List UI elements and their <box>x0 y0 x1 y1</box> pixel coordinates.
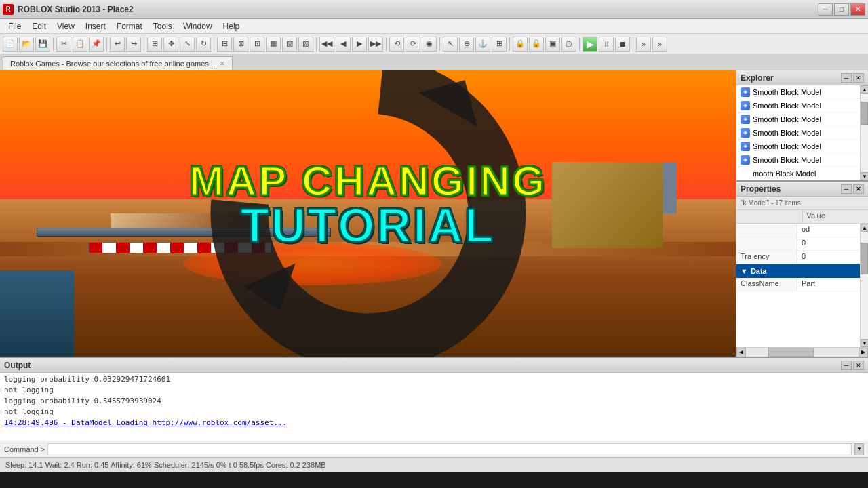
prop-row-transparency: Tra ency 0 <box>736 251 860 264</box>
properties-scrollbar[interactable]: ▲ ▼ <box>860 224 868 347</box>
output-pin-button[interactable]: ─ <box>841 361 852 370</box>
undo-button[interactable]: ↩ <box>110 37 125 52</box>
tb-more-2[interactable]: » <box>652 37 667 52</box>
menu-file[interactable]: File <box>3 20 26 33</box>
prop-scroll-up[interactable]: ▲ <box>861 224 868 232</box>
toolbar-separator-5 <box>316 37 317 51</box>
model-icon-1: ◈ <box>741 101 750 110</box>
prop-value-1[interactable]: 0 <box>797 237 860 250</box>
output-line-link[interactable]: 14:28:49.496 - DataModel Loading http://… <box>4 418 864 428</box>
move-button[interactable]: ✥ <box>163 37 178 52</box>
output-link-text[interactable]: 14:28:49.496 - DataModel Loading http://… <box>4 418 287 427</box>
cut-button[interactable]: ✂ <box>56 37 71 52</box>
group-button[interactable]: ▣ <box>545 37 560 52</box>
unlock-button[interactable]: 🔓 <box>529 37 544 52</box>
prop-value-0[interactable]: od <box>797 224 860 237</box>
scroll-thumb[interactable] <box>861 102 868 125</box>
command-dropdown-button[interactable]: ▼ <box>854 443 864 455</box>
select-button[interactable]: ⊞ <box>147 37 162 52</box>
explorer-item-3[interactable]: ◈ Smooth Block Model <box>736 126 860 140</box>
hscroll-thumb[interactable] <box>768 348 813 357</box>
tb-btn-1[interactable]: ⊟ <box>217 37 232 52</box>
tb-more-1[interactable]: » <box>636 37 651 52</box>
explorer-item-2[interactable]: ◈ Smooth Block Model <box>736 113 860 126</box>
new-button[interactable]: 📄 <box>3 37 18 52</box>
menu-window[interactable]: Window <box>178 20 218 33</box>
explorer-item-5[interactable]: ◈ Smooth Block Model <box>736 153 860 167</box>
output-close-button[interactable]: ✕ <box>853 361 864 370</box>
tb-btn-3[interactable]: ⊡ <box>250 37 264 52</box>
explorer-pin-button[interactable]: ─ <box>841 73 852 83</box>
tb-btn-9[interactable]: ▶ <box>352 37 367 52</box>
explorer-close-button[interactable]: ✕ <box>853 73 864 83</box>
scale-button[interactable]: ⤡ <box>180 37 195 52</box>
close-button[interactable]: ✕ <box>850 3 865 16</box>
scroll-down-button[interactable]: ▼ <box>861 172 868 180</box>
menu-tools[interactable]: Tools <box>148 20 178 33</box>
viewport[interactable]: MAP CHANGING TUTORIAL <box>0 70 736 357</box>
explorer-item-4[interactable]: ◈ Smooth Block Model <box>736 140 860 153</box>
explorer-item-0[interactable]: ◈ Smooth Block Model <box>736 85 860 99</box>
prop-row-1: 0 <box>736 237 860 251</box>
tb-btn-2[interactable]: ⊠ <box>233 37 248 52</box>
lock-button[interactable]: 🔒 <box>513 37 528 52</box>
play-button[interactable]: ▶ <box>583 37 597 52</box>
properties-panel: Properties ─ ✕ "k Model" - 17 items Valu… <box>736 180 868 357</box>
pause-button[interactable]: ⏸ <box>599 37 614 52</box>
properties-pin-button[interactable]: ─ <box>841 184 852 194</box>
minimize-button[interactable]: ─ <box>818 3 833 16</box>
command-input[interactable] <box>47 443 852 455</box>
prop-scroll-thumb[interactable] <box>861 243 868 274</box>
open-button[interactable]: 📂 <box>19 37 34 52</box>
explorer-item-6[interactable]: mooth Block Model <box>736 167 860 180</box>
explorer-scrollbar[interactable]: ▲ ▼ <box>860 85 868 180</box>
prop-value-classname[interactable]: Part <box>797 278 860 291</box>
svg-point-0 <box>203 70 533 357</box>
explorer-item-label-4: Smooth Block Model <box>753 142 821 150</box>
cursor-button[interactable]: ↖ <box>443 37 458 52</box>
browser-tab[interactable]: Roblox Games - Browse our selections of … <box>3 56 233 70</box>
crosshair-button[interactable]: ⊕ <box>459 37 474 52</box>
menu-format[interactable]: Format <box>111 20 148 33</box>
tb-btn-6[interactable]: ▨ <box>298 37 313 52</box>
tb-btn-11[interactable]: ⟲ <box>389 37 404 52</box>
hscroll-left-btn[interactable]: ◀ <box>736 348 746 357</box>
explorer-item-1[interactable]: ◈ Smooth Block Model <box>736 99 860 113</box>
tab-close-icon[interactable]: ✕ <box>220 60 225 67</box>
redo-button[interactable]: ↪ <box>126 37 141 52</box>
properties-close-button[interactable]: ✕ <box>853 184 864 194</box>
water-area <box>0 270 74 357</box>
tb-btn-13[interactable]: ◉ <box>422 37 437 52</box>
tb-btn-14[interactable]: ◎ <box>561 37 576 52</box>
tb-btn-8[interactable]: ◀ <box>336 37 351 52</box>
explorer-item-label-5: Smooth Block Model <box>753 156 821 164</box>
model-icon-5: ◈ <box>741 155 750 165</box>
tab-bar: Roblox Games - Browse our selections of … <box>0 54 868 70</box>
tb-btn-5[interactable]: ▧ <box>282 37 297 52</box>
menu-help[interactable]: Help <box>218 20 245 33</box>
pillar <box>663 162 677 214</box>
prop-scroll-area: od 0 Tra ency 0 ▼ Data <box>736 224 868 347</box>
anchor-button[interactable]: ⚓ <box>475 37 490 52</box>
save-button[interactable]: 💾 <box>35 37 50 52</box>
status-text: Sleep: 14.1 Wait: 2.4 Run: 0.45 Affinity… <box>5 461 326 469</box>
prop-scroll-down[interactable]: ▼ <box>861 339 868 347</box>
tb-btn-4[interactable]: ▦ <box>266 37 281 52</box>
prop-value-transparency[interactable]: 0 <box>797 251 860 264</box>
hscroll-right-btn[interactable]: ▶ <box>859 348 868 357</box>
tb-btn-12[interactable]: ⟳ <box>406 37 420 52</box>
snap-button[interactable]: ⊞ <box>492 37 507 52</box>
menu-edit[interactable]: Edit <box>26 20 52 33</box>
command-bar: Command > ▼ <box>0 441 868 457</box>
bottom-area: Output ─ ✕ logging probability 0.0329294… <box>0 357 868 457</box>
copy-button[interactable]: 📋 <box>73 37 87 52</box>
stop-button[interactable]: ⏹ <box>615 37 630 52</box>
rotate-button[interactable]: ↻ <box>196 37 211 52</box>
menu-insert[interactable]: Insert <box>80 20 111 33</box>
maximize-button[interactable]: □ <box>834 3 849 16</box>
menu-view[interactable]: View <box>52 20 80 33</box>
paste-button[interactable]: 📌 <box>89 37 104 52</box>
tb-btn-10[interactable]: ▶▶ <box>368 37 383 52</box>
scroll-up-button[interactable]: ▲ <box>861 85 868 94</box>
tb-btn-7[interactable]: ◀◀ <box>319 37 334 52</box>
